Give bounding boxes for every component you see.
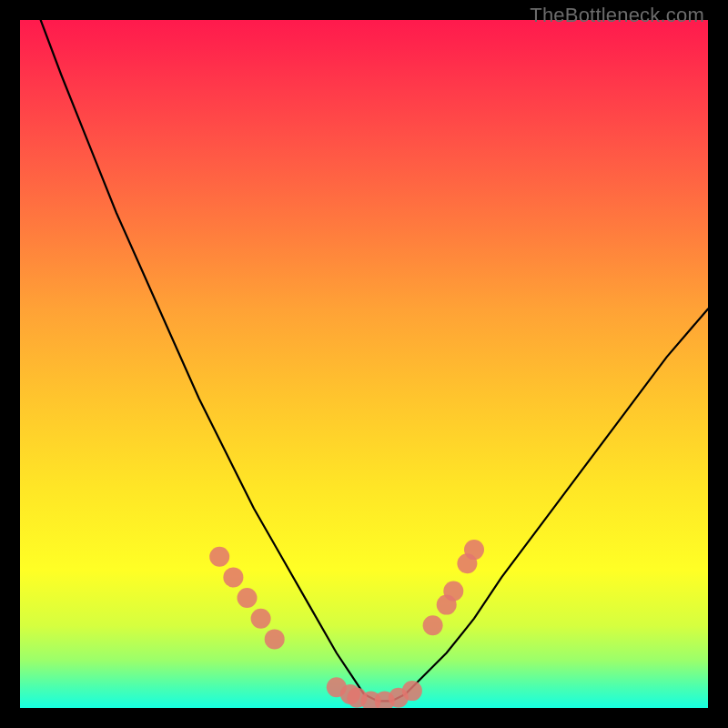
- data-marker: [238, 588, 258, 608]
- plot-area: [20, 20, 708, 708]
- watermark-text: TheBottleneck.com: [530, 4, 704, 27]
- data-marker: [464, 540, 484, 560]
- data-marker: [423, 615, 443, 635]
- marker-group: [209, 540, 484, 708]
- data-marker: [223, 567, 243, 587]
- chart-frame: TheBottleneck.com: [0, 0, 728, 728]
- bottleneck-curve: [41, 20, 708, 701]
- curve-svg: [20, 20, 708, 708]
- data-marker: [443, 581, 463, 602]
- data-marker: [251, 609, 271, 629]
- data-marker: [402, 681, 422, 701]
- data-marker: [209, 547, 229, 567]
- data-marker: [265, 629, 285, 649]
